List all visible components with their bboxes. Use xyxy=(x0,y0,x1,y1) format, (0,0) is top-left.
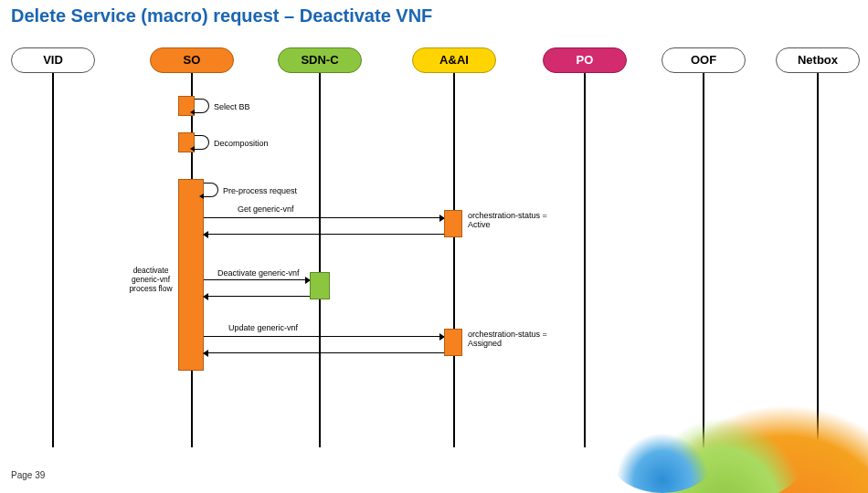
lane-head-aai: A&AI xyxy=(412,47,496,73)
arrow-deactivate-res xyxy=(204,296,310,297)
activation-so-main xyxy=(178,179,204,371)
page-number: Page 39 xyxy=(11,470,45,480)
label-deactivate-generic-vnf: Deactivate generic-vnf xyxy=(217,268,300,278)
lane-head-netbox: Netbox xyxy=(776,47,860,73)
label-get-generic-vnf: Get generic-vnf xyxy=(238,205,294,214)
label-preprocess: Pre-process request xyxy=(223,186,297,195)
lane-head-oof: OOF xyxy=(662,47,746,73)
label-status-assigned: orchestration-status = Assigned xyxy=(468,330,559,349)
selfloop-selectbb xyxy=(195,99,209,113)
activation-aai-get xyxy=(444,210,462,237)
arrow-update-vnf-res xyxy=(204,352,444,353)
label-update-generic-vnf: Update generic-vnf xyxy=(228,323,298,332)
arrow-update-vnf-req xyxy=(204,336,444,337)
selfloop-decomp xyxy=(195,135,209,150)
lane-head-po: PO xyxy=(543,47,627,73)
lane-head-so: SO xyxy=(150,47,234,73)
lane-head-vid: VID xyxy=(11,47,95,73)
label-decomposition: Decomposition xyxy=(214,139,269,148)
lane-head-sdnc: SDN-C xyxy=(278,47,362,73)
note-deactivate-process-flow: deactivate generic-vnf process flow xyxy=(123,267,178,293)
activation-sdnc-deactivate xyxy=(310,272,330,299)
slide-title: Delete Service (macro) request – Deactiv… xyxy=(11,5,432,26)
arrow-get-vnf-req xyxy=(204,217,444,218)
selfloop-preprocess xyxy=(204,183,218,197)
activation-aai-update xyxy=(444,329,462,356)
decorative-swoosh-blue xyxy=(612,429,713,493)
label-select-bb: Select BB xyxy=(214,102,250,111)
arrow-deactivate-req xyxy=(204,279,310,280)
lifeline-vid xyxy=(52,73,54,447)
lifeline-aai xyxy=(453,73,455,447)
arrow-get-vnf-res xyxy=(204,234,444,235)
lifeline-sdnc xyxy=(319,73,321,447)
lifeline-po xyxy=(584,73,586,447)
label-status-active: orchestration-status = Active xyxy=(468,212,559,230)
